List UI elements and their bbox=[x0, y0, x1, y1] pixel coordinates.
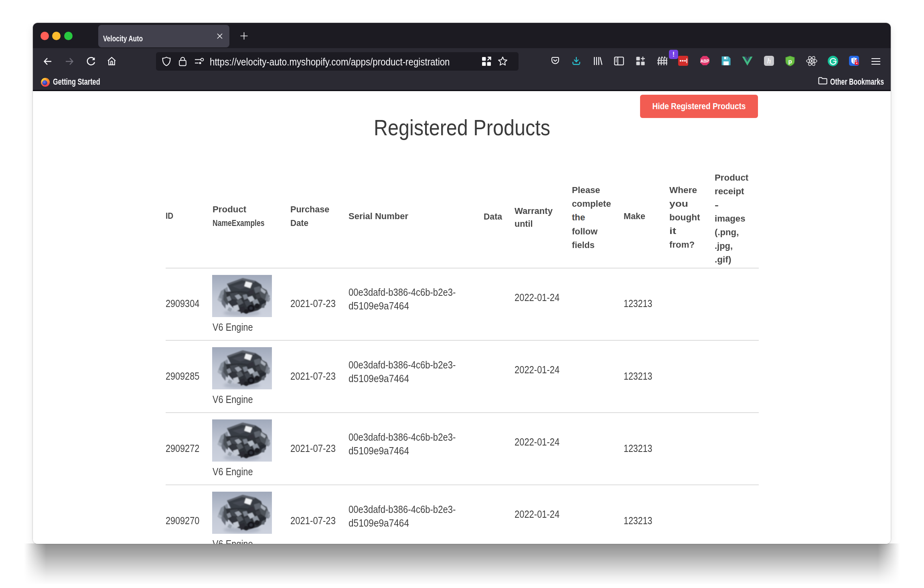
svg-text:p: p bbox=[788, 57, 792, 64]
svg-text:ABP: ABP bbox=[700, 59, 709, 63]
svg-text:h: h bbox=[767, 57, 771, 65]
svg-text:!: ! bbox=[673, 51, 675, 58]
